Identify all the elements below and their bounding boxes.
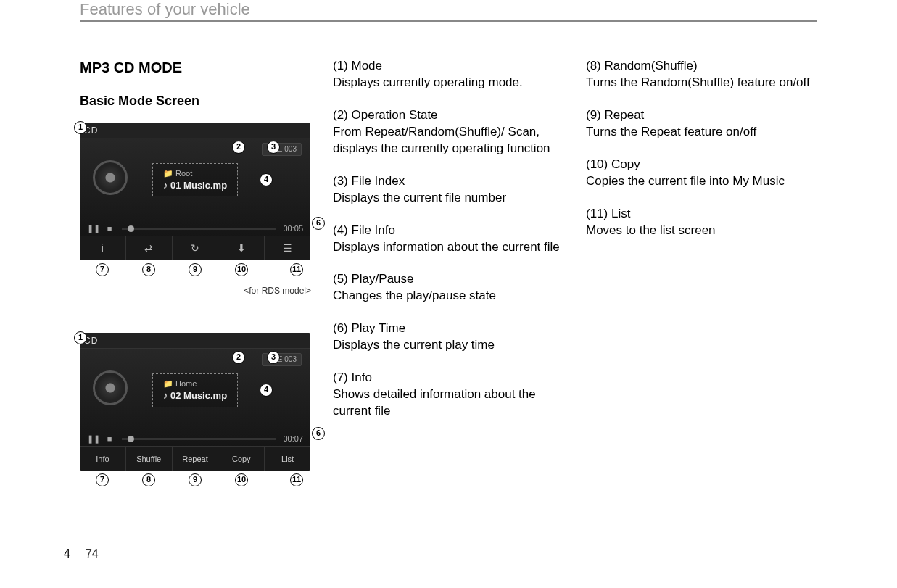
page-number-value: 74 [86,547,99,560]
annot-circle-9: 9 [189,263,202,276]
item-1-title: (1) Mode [333,58,564,75]
item-11-title: (11) List [586,206,817,223]
page-header: Features of your vehicle [80,0,817,22]
annot2-circle-10: 10 [235,473,248,486]
annot-row-bottom-2: 7 8 9 10 11 [80,473,311,491]
play-time: 00:07 [283,434,303,444]
annot-row-bottom-1: 7 8 9 10 11 [80,263,311,281]
folder-line: 📁 Home [163,378,227,389]
header-title: Features of your vehicle [80,0,817,20]
item-8-title: (8) Random(Shuffle) [586,58,817,75]
download-icon: ⬇ [237,241,246,255]
item-7-desc: Shows detailed information about the cur… [333,387,536,418]
stop-icon[interactable]: ■ [104,223,115,234]
header-underline [80,20,817,22]
folder-name: Root [175,169,192,178]
page-number: 4 74 [64,547,99,560]
column-right: (8) Random(Shuffle) Turns the Random(Shu… [586,58,817,537]
page-content: MP3 CD MODE Basic Mode Screen 1 2 3 4 6 … [80,58,817,537]
column-left: MP3 CD MODE Basic Mode Screen 1 2 3 4 6 … [80,58,311,537]
info-button[interactable]: Info [80,447,126,471]
pause-icon[interactable]: ❚❚ [87,434,97,444]
copy-button[interactable]: ⬇ [218,236,265,260]
stop-icon[interactable]: ■ [104,434,115,444]
repeat-button[interactable]: Repeat [173,447,219,471]
shuffle-button[interactable]: Shuffle [126,447,173,471]
bottom-buttons: Info Shuffle Repeat Copy List [80,446,310,471]
chapter-number: 4 [64,547,70,560]
progress-bar[interactable] [122,438,276,440]
column-middle: (1) Mode Displays currently operating mo… [333,58,564,537]
item-3-title: (3) File Index [333,173,564,190]
repeat-button[interactable]: ↻ [173,236,219,260]
annot2-circle-9: 9 [189,473,202,486]
annot2-circle-8: 8 [142,473,155,486]
item-10-title: (10) Copy [586,157,817,173]
repeat-icon: ↻ [191,241,199,255]
list-button[interactable]: List [265,447,310,471]
annot-circle-10: 10 [235,263,248,276]
file-info-box: 📁 Root ♪ 01 Music.mp [152,163,238,196]
play-row: ❚❚ ■ 00:07 [80,431,310,446]
folder-line: 📁 Root [163,168,227,179]
list-icon: ☰ [283,241,292,255]
repeat-label: Repeat [182,454,207,465]
item-6-desc: Displays the current play time [333,338,495,352]
item-4-title: (4) File Info [333,223,564,239]
copy-label: Copy [232,454,251,465]
item-9-desc: Turns the Repeat feature on/off [586,125,756,138]
item-8: (8) Random(Shuffle) Turns the Random(Shu… [586,58,817,91]
screenshot-2-block: 1 2 3 4 6 CD FILE 003 📁 Home ♪ 02 Music.… [80,333,311,491]
folder-name: Home [175,379,197,388]
shuffle-button[interactable]: ⇄ [126,236,173,260]
track-name: 01 Music.mp [170,180,227,191]
item-1-desc: Displays currently operating mode. [333,75,523,89]
shuffle-label: Shuffle [136,454,161,465]
item-1: (1) Mode Displays currently operating mo… [333,58,564,91]
item-11-desc: Moves to the list screen [586,223,716,237]
item-2-desc: From Repeat/Random(Shuffle)/ Scan, displ… [333,125,550,155]
list-button[interactable]: ☰ [265,236,310,260]
cd-disc-icon [93,160,128,195]
item-2: (2) Operation State From Repeat/Random(S… [333,107,564,157]
shuffle-icon: ⇄ [144,241,153,255]
annot-circle-7: 7 [96,263,109,276]
progress-bar[interactable] [122,228,276,230]
play-controls: ❚❚ ■ [87,434,115,444]
item-4: (4) File Info Displays information about… [333,223,564,256]
item-5-desc: Changes the play/pause state [333,289,496,302]
item-3-desc: Displays the current file number [333,191,506,204]
info-icon: i [102,241,104,255]
item-9: (9) Repeat Turns the Repeat feature on/o… [586,107,817,141]
item-6-title: (6) Play Time [333,320,564,337]
list-label: List [281,454,294,465]
pause-icon[interactable]: ❚❚ [87,223,97,234]
annot2-circle-11: 11 [290,473,303,486]
play-row: ❚❚ ■ 00:05 [80,221,310,236]
item-8-desc: Turns the Random(Shuffle) feature on/off [586,75,810,89]
copy-button[interactable]: Copy [218,447,265,471]
info-button[interactable]: i [80,236,126,260]
info-label: Info [96,454,109,465]
annot-circle-8: 8 [142,263,155,276]
bottom-buttons: i ⇄ ↻ ⬇ ☰ [80,236,310,260]
file-info-box: 📁 Home ♪ 02 Music.mp [152,373,238,407]
annot-circle-11: 11 [290,263,303,276]
progress-thumb[interactable] [128,225,134,232]
track-name: 02 Music.mp [170,390,227,401]
item-4-desc: Displays information about the current f… [333,240,560,254]
annot-circle-6: 6 [312,217,325,230]
item-7-title: (7) Info [333,370,564,386]
annot2-circle-6: 6 [312,427,325,440]
item-5: (5) Play/Pause Changes the play/pause st… [333,271,564,305]
caption-rds: <for RDS model> [80,285,311,297]
item-10: (10) Copy Copies the current file into M… [586,157,817,190]
section-heading: MP3 CD MODE [80,58,311,78]
track-line: ♪ 01 Music.mp [163,179,227,192]
footer-dashed-line [0,544,897,544]
progress-thumb[interactable] [128,436,134,442]
cd-disc-icon [93,370,128,405]
play-controls: ❚❚ ■ [87,223,115,234]
screen-top-bar: CD [80,123,310,138]
item-9-title: (9) Repeat [586,107,817,124]
